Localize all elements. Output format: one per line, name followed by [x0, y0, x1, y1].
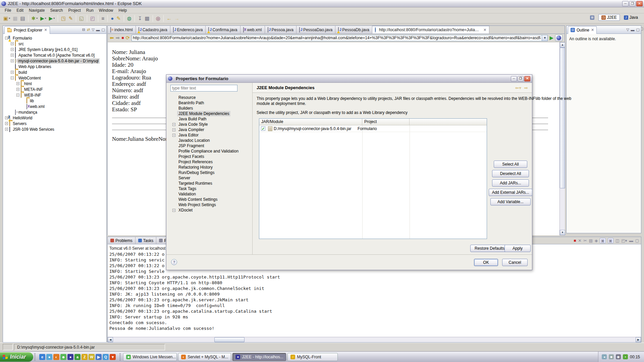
maximize-console-icon[interactable]: ▢ [635, 238, 639, 243]
scrollbar-thumb[interactable] [560, 48, 565, 188]
properties-tree-item[interactable]: JSP Fragment [170, 143, 249, 148]
console-tab-tasks[interactable]: Tasks [136, 237, 157, 244]
properties-tree-item[interactable]: Task Tags [170, 186, 249, 191]
scroll-lock-icon[interactable]: ◈ [595, 238, 598, 243]
outline-tab[interactable]: ⊡ Outline ✕ [568, 26, 597, 34]
link-editor-icon[interactable]: ⇄ [87, 27, 90, 32]
outline-menu-icon[interactable]: ▽ [626, 27, 629, 32]
browser-refresh-icon[interactable]: ⟳ [125, 35, 130, 41]
show-stderr-icon[interactable]: ▣ [608, 238, 613, 243]
scroll-right-icon[interactable]: ▶ [636, 337, 641, 342]
open-console-icon[interactable]: ◰▾ [621, 238, 627, 243]
show-desktop-icon[interactable]: ● [46, 354, 52, 360]
tab-close-icon[interactable]: ✕ [483, 28, 486, 32]
open-perspective-button[interactable]: ⊞ [587, 15, 597, 20]
properties-tree-item[interactable]: Refactoring History [170, 165, 249, 170]
dropdown-arrow-icon[interactable]: ▾ [45, 17, 46, 20]
url-input[interactable] [132, 36, 542, 40]
menu-run[interactable]: Run [84, 8, 96, 13]
taskbar-window-button[interactable]: ☻Windows Live Messen... [123, 353, 177, 361]
add-variable-button[interactable]: Add Variable... [490, 198, 531, 205]
properties-tree-item[interactable]: Profile Compliance and Validation [170, 148, 249, 154]
external-tools-icon[interactable]: ▶▾ [48, 14, 56, 22]
dropdown-arrow-icon[interactable]: ▾ [9, 17, 10, 20]
properties-tree-item[interactable]: Web Project Settings [170, 202, 249, 207]
tree-item[interactable]: +src [3, 41, 106, 47]
expand-icon[interactable]: + [172, 128, 175, 131]
editor-tab[interactable]: Endereco.java [170, 26, 206, 34]
tree-item[interactable]: +HelloWorld [3, 115, 106, 121]
select-all-button[interactable]: Select All [494, 161, 527, 168]
page-back-icon[interactable]: ⬅▾ [515, 85, 522, 90]
tree-item[interactable]: +JSR-109 Web Services [3, 126, 106, 132]
properties-tree-item[interactable]: +Java Code Style [170, 122, 249, 127]
tree-item[interactable]: +build [3, 69, 106, 75]
expand-icon[interactable]: + [5, 122, 8, 125]
collapse-icon[interactable]: − [16, 94, 19, 97]
messenger-tray-icon[interactable]: ☻ [609, 354, 614, 359]
expand-icon[interactable]: + [5, 128, 8, 131]
expand-icon[interactable]: + [11, 59, 14, 62]
new-wizard-icon[interactable]: ▣▾ [2, 14, 11, 22]
flashget-icon[interactable]: ▼ [110, 354, 116, 360]
editor-tab[interactable]: PessoaDao.java [297, 26, 335, 34]
properties-tree-item[interactable]: Javadoc Location [170, 138, 249, 143]
expand-icon[interactable]: + [172, 123, 175, 126]
table-row[interactable]: ✓D:/mysql/mysql-connector-java-5.0.4-bin… [259, 125, 487, 132]
properties-tree-item[interactable]: BeanInfo Path [170, 100, 249, 106]
maximize-view-icon[interactable]: ▢ [102, 27, 105, 32]
external-browser-button[interactable] [555, 35, 562, 41]
terminate-icon[interactable]: ■ [574, 238, 576, 243]
add-external-jars-button[interactable]: Add External JARs... [489, 189, 532, 196]
new-ejb-module-icon[interactable]: ◱ [78, 14, 85, 22]
tree-item[interactable]: lib [3, 98, 106, 104]
tree-item[interactable]: +JRE System Library [jre1.6.0_01] [3, 47, 106, 52]
tree-item[interactable]: +html [3, 81, 106, 86]
back-icon[interactable]: ← [166, 14, 173, 22]
dialog-maximize-icon[interactable]: ❐ [518, 76, 524, 81]
perspective-java[interactable]: JJava [621, 14, 641, 20]
menu-edit[interactable]: Edit [14, 8, 26, 13]
browser-stop-icon[interactable]: ■ [121, 36, 124, 40]
remove-launch-icon[interactable]: ✕ [578, 238, 582, 243]
expand-icon[interactable]: + [172, 134, 175, 137]
edit-tool-icon[interactable]: ✎ [115, 14, 122, 22]
expand-icon[interactable]: + [11, 42, 14, 45]
properties-tree-item[interactable]: +XDoclet [170, 207, 249, 213]
convert-icon[interactable]: ▩ [144, 14, 151, 22]
browser-forward-icon[interactable]: ➡ [116, 35, 120, 41]
tree-item[interactable]: web.xml [3, 104, 106, 109]
menu-file[interactable]: File [2, 8, 14, 13]
taskbar-window-button[interactable]: ●J2EE - http://localhos... [232, 353, 286, 361]
maximize-icon[interactable]: ❐ [629, 1, 636, 6]
expand-icon[interactable]: + [11, 54, 14, 57]
browser-back-icon[interactable]: ⬅ [110, 35, 114, 41]
filter-input[interactable] [170, 85, 237, 92]
expand-icon[interactable]: + [11, 71, 14, 74]
dropdown-arrow-icon[interactable]: ▾ [36, 17, 38, 20]
outline-maximize-icon[interactable]: ▢ [636, 27, 640, 32]
scroll-up-icon[interactable]: ▲ [560, 42, 565, 48]
remove-all-launches-icon[interactable]: ✂ [584, 238, 587, 243]
properties-tree-item[interactable]: Resource [170, 95, 249, 100]
console-tab-problems[interactable]: Problems [108, 237, 136, 244]
editor-tab[interactable]: http://localhost:8080/Formulario/cadastr… [372, 26, 489, 34]
properties-tree-item[interactable]: J2EE Module Dependencies [170, 111, 249, 116]
expand-icon[interactable]: + [172, 209, 175, 212]
properties-tree-item[interactable]: Project References [170, 159, 249, 165]
amsn-icon[interactable]: a [74, 354, 80, 360]
editor-tab[interactable]: Pessoa.java [265, 26, 297, 34]
editor-tab[interactable]: PessoaDb.java [335, 26, 372, 34]
taskbar-window-button[interactable]: ◐Servlet + MySQL - M... [178, 353, 231, 361]
menu-project[interactable]: Project [65, 8, 83, 13]
go-button[interactable]: ▶ [549, 35, 553, 41]
winamp-icon[interactable]: W [89, 354, 95, 360]
properties-tree-item[interactable]: Validation [170, 191, 249, 197]
menu-navigate[interactable]: Navigate [26, 8, 47, 13]
import-icon[interactable]: ↧ [137, 14, 143, 22]
run-icon[interactable]: ▶▾ [39, 14, 47, 22]
editor-tab[interactable]: index.html [108, 26, 136, 34]
close-outline-icon[interactable]: ✕ [591, 28, 594, 32]
dropdown-arrow-icon[interactable]: ▾ [53, 17, 55, 20]
tree-item[interactable]: +META-INF [3, 86, 106, 92]
